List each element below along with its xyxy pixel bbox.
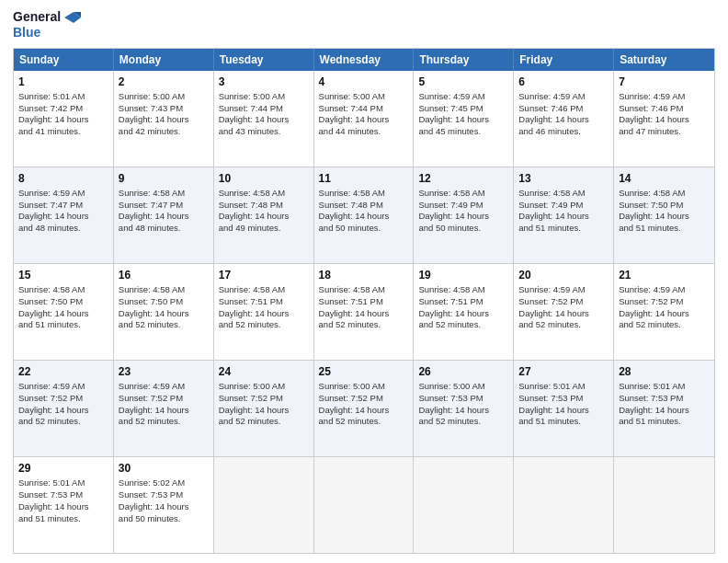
cell-line: Sunset: 7:50 PM: [119, 296, 209, 308]
cell-line: Sunrise: 4:58 AM: [418, 188, 508, 200]
cell-line: and 52 minutes.: [18, 416, 108, 428]
cell-line: Daylight: 14 hours: [18, 405, 108, 417]
calendar-body: 1Sunrise: 5:01 AMSunset: 7:42 PMDaylight…: [14, 71, 714, 553]
day-number: 9: [119, 171, 209, 186]
cell-line: and 50 minutes.: [119, 513, 209, 525]
cell-line: Daylight: 14 hours: [418, 114, 508, 126]
cell-line: Sunrise: 4:59 AM: [518, 284, 609, 296]
cell-line: Sunrise: 5:00 AM: [119, 91, 209, 103]
calendar-cell: 18Sunrise: 4:58 AMSunset: 7:51 PMDayligh…: [314, 264, 415, 360]
day-number: 22: [18, 364, 108, 379]
cell-line: Sunset: 7:42 PM: [18, 103, 108, 115]
cell-line: and 51 minutes.: [18, 319, 108, 331]
cell-line: Sunset: 7:48 PM: [319, 200, 409, 212]
cell-line: Sunrise: 5:00 AM: [219, 91, 309, 103]
cell-line: and 50 minutes.: [418, 223, 508, 235]
calendar-cell: 1Sunrise: 5:01 AMSunset: 7:42 PMDaylight…: [14, 71, 114, 167]
logo: General Blue: [13, 9, 81, 40]
cell-line: Daylight: 14 hours: [119, 405, 209, 417]
cell-line: and 52 minutes.: [219, 319, 309, 331]
cell-line: Daylight: 14 hours: [18, 308, 108, 320]
cell-line: Daylight: 14 hours: [619, 114, 710, 126]
day-number: 18: [319, 268, 409, 282]
day-number: 27: [518, 364, 609, 379]
calendar-cell: 29Sunrise: 5:01 AMSunset: 7:53 PMDayligh…: [14, 457, 114, 553]
calendar-cell: 22Sunrise: 4:59 AMSunset: 7:52 PMDayligh…: [14, 361, 114, 456]
cell-line: Sunrise: 4:58 AM: [119, 284, 209, 296]
cell-line: Sunrise: 4:58 AM: [18, 284, 108, 296]
calendar-cell: 14Sunrise: 4:58 AMSunset: 7:50 PMDayligh…: [614, 167, 714, 263]
cell-line: and 52 minutes.: [619, 319, 710, 331]
day-number: 6: [518, 75, 609, 89]
logo-arrow-icon: [64, 12, 81, 23]
cell-line: Sunset: 7:52 PM: [619, 296, 710, 308]
day-number: 13: [518, 171, 609, 186]
day-number: 29: [18, 461, 108, 476]
cell-line: Sunset: 7:43 PM: [119, 103, 209, 115]
header: General Blue: [13, 9, 715, 40]
cell-line: Sunset: 7:53 PM: [18, 489, 108, 501]
header-day-monday: Monday: [114, 49, 214, 71]
header-day-saturday: Saturday: [614, 49, 714, 71]
cell-line: Sunset: 7:48 PM: [219, 200, 309, 212]
day-number: 25: [319, 364, 409, 379]
calendar-cell: 8Sunrise: 4:59 AMSunset: 7:47 PMDaylight…: [14, 167, 114, 263]
cell-line: and 52 minutes.: [518, 319, 609, 331]
cell-line: Sunset: 7:50 PM: [619, 200, 710, 212]
calendar-cell: 30Sunrise: 5:02 AMSunset: 7:53 PMDayligh…: [114, 457, 214, 553]
logo-line2: Blue: [13, 25, 81, 40]
calendar-cell: 27Sunrise: 5:01 AMSunset: 7:53 PMDayligh…: [514, 361, 614, 456]
cell-line: Sunrise: 5:02 AM: [119, 477, 209, 489]
calendar-cell: [514, 457, 614, 553]
day-number: 23: [119, 364, 209, 379]
cell-line: Daylight: 14 hours: [619, 308, 710, 320]
cell-line: Daylight: 14 hours: [119, 501, 209, 513]
day-number: 1: [18, 75, 108, 89]
cell-line: Sunrise: 4:59 AM: [619, 284, 710, 296]
calendar-cell: 10Sunrise: 4:58 AMSunset: 7:48 PMDayligh…: [214, 167, 314, 263]
cell-line: and 47 minutes.: [619, 126, 710, 138]
cell-line: Sunset: 7:44 PM: [319, 103, 409, 115]
cell-line: Sunrise: 4:59 AM: [619, 91, 710, 103]
day-number: 8: [18, 171, 108, 186]
cell-line: and 45 minutes.: [418, 126, 508, 138]
cell-line: Sunset: 7:46 PM: [619, 103, 710, 115]
cell-line: Sunrise: 5:01 AM: [518, 381, 609, 393]
cell-line: Sunrise: 5:00 AM: [319, 381, 409, 393]
cell-line: Daylight: 14 hours: [518, 211, 609, 223]
calendar-cell: 7Sunrise: 4:59 AMSunset: 7:46 PMDaylight…: [614, 71, 714, 167]
cell-line: and 51 minutes.: [518, 416, 609, 428]
day-number: 5: [418, 75, 508, 89]
day-number: 3: [219, 75, 309, 89]
header-day-sunday: Sunday: [14, 49, 114, 71]
calendar-row-1: 8Sunrise: 4:59 AMSunset: 7:47 PMDaylight…: [14, 167, 714, 263]
cell-line: Sunrise: 4:59 AM: [18, 381, 108, 393]
cell-line: and 51 minutes.: [18, 513, 108, 525]
cell-line: Daylight: 14 hours: [319, 211, 409, 223]
cell-line: Daylight: 14 hours: [418, 211, 508, 223]
logo-text: General Blue: [13, 9, 81, 40]
cell-line: Daylight: 14 hours: [319, 405, 409, 417]
calendar-row-3: 22Sunrise: 4:59 AMSunset: 7:52 PMDayligh…: [14, 360, 714, 456]
header-day-friday: Friday: [514, 49, 614, 71]
cell-line: Sunset: 7:52 PM: [119, 393, 209, 405]
day-number: 16: [119, 268, 209, 282]
cell-line: and 41 minutes.: [18, 126, 108, 138]
cell-line: Sunset: 7:52 PM: [219, 393, 309, 405]
calendar-cell: [614, 457, 714, 553]
cell-line: Sunrise: 4:59 AM: [18, 188, 108, 200]
cell-line: Sunset: 7:53 PM: [119, 489, 209, 501]
calendar-cell: 23Sunrise: 4:59 AMSunset: 7:52 PMDayligh…: [114, 361, 214, 456]
calendar-cell: 2Sunrise: 5:00 AMSunset: 7:43 PMDaylight…: [114, 71, 214, 167]
cell-line: and 50 minutes.: [319, 223, 409, 235]
day-number: 20: [518, 268, 609, 282]
day-number: 30: [119, 461, 209, 476]
cell-line: Daylight: 14 hours: [619, 211, 710, 223]
cell-line: and 52 minutes.: [119, 319, 209, 331]
cell-line: Daylight: 14 hours: [219, 405, 309, 417]
day-number: 28: [619, 364, 710, 379]
cell-line: Daylight: 14 hours: [319, 308, 409, 320]
cell-line: Sunset: 7:46 PM: [518, 103, 609, 115]
cell-line: Daylight: 14 hours: [518, 114, 609, 126]
cell-line: Sunset: 7:52 PM: [518, 296, 609, 308]
